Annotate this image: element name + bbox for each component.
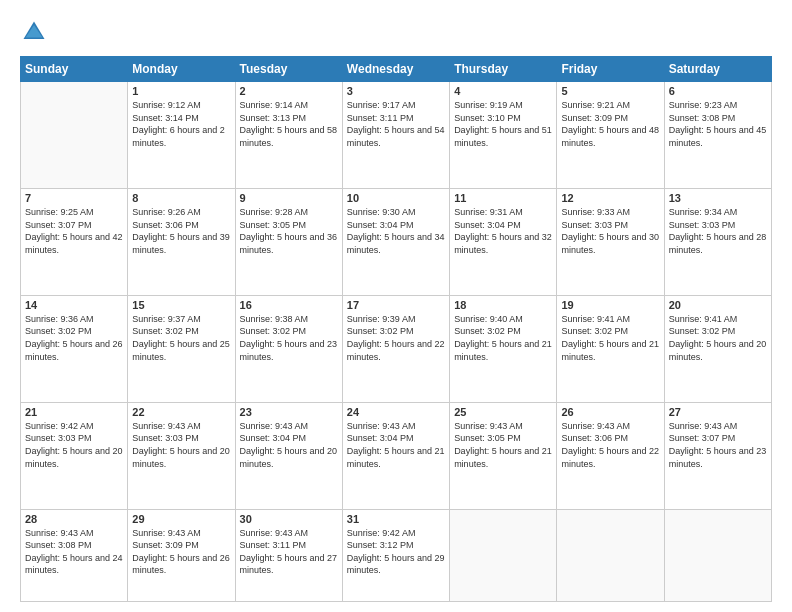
header-day: Wednesday [342,57,449,82]
cell-info: Sunrise: 9:30 AMSunset: 3:04 PMDaylight:… [347,206,445,256]
cell-info: Sunrise: 9:12 AMSunset: 3:14 PMDaylight:… [132,99,230,149]
day-number: 26 [561,406,659,418]
cell-info: Sunrise: 9:17 AMSunset: 3:11 PMDaylight:… [347,99,445,149]
cell-info: Sunrise: 9:23 AMSunset: 3:08 PMDaylight:… [669,99,767,149]
cell-info: Sunrise: 9:43 AMSunset: 3:09 PMDaylight:… [132,527,230,577]
calendar-cell: 16Sunrise: 9:38 AMSunset: 3:02 PMDayligh… [235,295,342,402]
header-day: Saturday [664,57,771,82]
cell-info: Sunrise: 9:21 AMSunset: 3:09 PMDaylight:… [561,99,659,149]
day-number: 6 [669,85,767,97]
calendar-cell: 30Sunrise: 9:43 AMSunset: 3:11 PMDayligh… [235,509,342,601]
calendar-cell: 5Sunrise: 9:21 AMSunset: 3:09 PMDaylight… [557,82,664,189]
calendar-week-row: 7Sunrise: 9:25 AMSunset: 3:07 PMDaylight… [21,188,772,295]
day-number: 31 [347,513,445,525]
cell-info: Sunrise: 9:43 AMSunset: 3:11 PMDaylight:… [240,527,338,577]
calendar-cell: 15Sunrise: 9:37 AMSunset: 3:02 PMDayligh… [128,295,235,402]
day-number: 14 [25,299,123,311]
cell-info: Sunrise: 9:41 AMSunset: 3:02 PMDaylight:… [669,313,767,363]
calendar-cell [21,82,128,189]
day-number: 7 [25,192,123,204]
cell-info: Sunrise: 9:43 AMSunset: 3:03 PMDaylight:… [132,420,230,470]
cell-info: Sunrise: 9:28 AMSunset: 3:05 PMDaylight:… [240,206,338,256]
day-number: 3 [347,85,445,97]
day-number: 1 [132,85,230,97]
calendar-week-row: 1Sunrise: 9:12 AMSunset: 3:14 PMDaylight… [21,82,772,189]
day-number: 24 [347,406,445,418]
calendar-cell: 24Sunrise: 9:43 AMSunset: 3:04 PMDayligh… [342,402,449,509]
cell-info: Sunrise: 9:40 AMSunset: 3:02 PMDaylight:… [454,313,552,363]
calendar-cell: 29Sunrise: 9:43 AMSunset: 3:09 PMDayligh… [128,509,235,601]
day-number: 16 [240,299,338,311]
calendar-week-row: 28Sunrise: 9:43 AMSunset: 3:08 PMDayligh… [21,509,772,601]
cell-info: Sunrise: 9:43 AMSunset: 3:04 PMDaylight:… [347,420,445,470]
calendar-cell: 19Sunrise: 9:41 AMSunset: 3:02 PMDayligh… [557,295,664,402]
day-number: 2 [240,85,338,97]
calendar-cell: 14Sunrise: 9:36 AMSunset: 3:02 PMDayligh… [21,295,128,402]
calendar-week-row: 14Sunrise: 9:36 AMSunset: 3:02 PMDayligh… [21,295,772,402]
calendar-cell: 18Sunrise: 9:40 AMSunset: 3:02 PMDayligh… [450,295,557,402]
cell-info: Sunrise: 9:43 AMSunset: 3:05 PMDaylight:… [454,420,552,470]
calendar-cell: 1Sunrise: 9:12 AMSunset: 3:14 PMDaylight… [128,82,235,189]
cell-info: Sunrise: 9:14 AMSunset: 3:13 PMDaylight:… [240,99,338,149]
calendar-header-row: SundayMondayTuesdayWednesdayThursdayFrid… [21,57,772,82]
day-number: 28 [25,513,123,525]
cell-info: Sunrise: 9:43 AMSunset: 3:06 PMDaylight:… [561,420,659,470]
calendar-cell [450,509,557,601]
calendar-cell: 27Sunrise: 9:43 AMSunset: 3:07 PMDayligh… [664,402,771,509]
logo [20,18,52,46]
calendar-cell: 10Sunrise: 9:30 AMSunset: 3:04 PMDayligh… [342,188,449,295]
calendar-cell: 28Sunrise: 9:43 AMSunset: 3:08 PMDayligh… [21,509,128,601]
calendar-table: SundayMondayTuesdayWednesdayThursdayFrid… [20,56,772,602]
calendar-cell: 7Sunrise: 9:25 AMSunset: 3:07 PMDaylight… [21,188,128,295]
day-number: 21 [25,406,123,418]
calendar-cell: 2Sunrise: 9:14 AMSunset: 3:13 PMDaylight… [235,82,342,189]
calendar-cell [557,509,664,601]
day-number: 12 [561,192,659,204]
calendar-week-row: 21Sunrise: 9:42 AMSunset: 3:03 PMDayligh… [21,402,772,509]
logo-icon [20,18,48,46]
page: SundayMondayTuesdayWednesdayThursdayFrid… [0,0,792,612]
day-number: 4 [454,85,552,97]
calendar-cell: 12Sunrise: 9:33 AMSunset: 3:03 PMDayligh… [557,188,664,295]
day-number: 18 [454,299,552,311]
day-number: 17 [347,299,445,311]
cell-info: Sunrise: 9:25 AMSunset: 3:07 PMDaylight:… [25,206,123,256]
day-number: 13 [669,192,767,204]
cell-info: Sunrise: 9:19 AMSunset: 3:10 PMDaylight:… [454,99,552,149]
cell-info: Sunrise: 9:43 AMSunset: 3:04 PMDaylight:… [240,420,338,470]
calendar-cell: 26Sunrise: 9:43 AMSunset: 3:06 PMDayligh… [557,402,664,509]
header-day: Thursday [450,57,557,82]
cell-info: Sunrise: 9:42 AMSunset: 3:12 PMDaylight:… [347,527,445,577]
calendar-cell: 11Sunrise: 9:31 AMSunset: 3:04 PMDayligh… [450,188,557,295]
header-day: Monday [128,57,235,82]
cell-info: Sunrise: 9:36 AMSunset: 3:02 PMDaylight:… [25,313,123,363]
calendar-cell: 6Sunrise: 9:23 AMSunset: 3:08 PMDaylight… [664,82,771,189]
header [20,18,772,46]
header-day: Tuesday [235,57,342,82]
day-number: 15 [132,299,230,311]
header-day: Sunday [21,57,128,82]
cell-info: Sunrise: 9:43 AMSunset: 3:08 PMDaylight:… [25,527,123,577]
cell-info: Sunrise: 9:41 AMSunset: 3:02 PMDaylight:… [561,313,659,363]
day-number: 9 [240,192,338,204]
calendar-cell: 31Sunrise: 9:42 AMSunset: 3:12 PMDayligh… [342,509,449,601]
calendar-cell: 3Sunrise: 9:17 AMSunset: 3:11 PMDaylight… [342,82,449,189]
day-number: 23 [240,406,338,418]
calendar-cell: 13Sunrise: 9:34 AMSunset: 3:03 PMDayligh… [664,188,771,295]
day-number: 10 [347,192,445,204]
calendar-cell: 23Sunrise: 9:43 AMSunset: 3:04 PMDayligh… [235,402,342,509]
cell-info: Sunrise: 9:37 AMSunset: 3:02 PMDaylight:… [132,313,230,363]
calendar-cell: 20Sunrise: 9:41 AMSunset: 3:02 PMDayligh… [664,295,771,402]
cell-info: Sunrise: 9:34 AMSunset: 3:03 PMDaylight:… [669,206,767,256]
day-number: 30 [240,513,338,525]
calendar-cell: 9Sunrise: 9:28 AMSunset: 3:05 PMDaylight… [235,188,342,295]
calendar-cell [664,509,771,601]
day-number: 29 [132,513,230,525]
cell-info: Sunrise: 9:39 AMSunset: 3:02 PMDaylight:… [347,313,445,363]
cell-info: Sunrise: 9:43 AMSunset: 3:07 PMDaylight:… [669,420,767,470]
calendar-cell: 22Sunrise: 9:43 AMSunset: 3:03 PMDayligh… [128,402,235,509]
cell-info: Sunrise: 9:38 AMSunset: 3:02 PMDaylight:… [240,313,338,363]
calendar-cell: 4Sunrise: 9:19 AMSunset: 3:10 PMDaylight… [450,82,557,189]
cell-info: Sunrise: 9:26 AMSunset: 3:06 PMDaylight:… [132,206,230,256]
header-day: Friday [557,57,664,82]
